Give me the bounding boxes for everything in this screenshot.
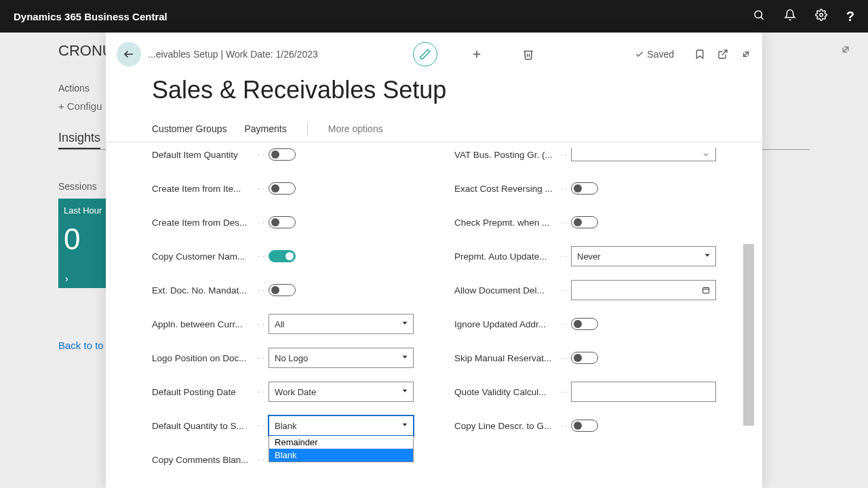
session-card-value: 0 [64,222,107,256]
separator-dots: · · [560,319,567,329]
chevron-right-icon: › [65,273,68,284]
field-check-prepmt: Check Prepmt. when ... · · [454,211,716,233]
toggle-check-prepmt[interactable] [571,216,598,228]
field-default-qty-to-ship: Default Quantity to S... · · Blank Remai… [152,415,414,436]
check-icon [635,49,644,59]
dropdown-option-blank[interactable]: Blank [269,449,413,462]
scrollbar[interactable] [743,244,754,426]
lookup-vat-bus[interactable] [571,148,716,161]
topbar: Dynamics 365 Business Central ? [0,0,868,33]
dropdown-option-remainder[interactable]: Remainder [269,436,413,449]
separator-dots: · · [258,387,264,396]
expand-page-icon[interactable] [840,43,852,58]
svg-line-1 [761,17,764,20]
separator-dots: · · [560,218,567,227]
field-prepmt-auto: Prepmt. Auto Update... · · Never [454,245,716,267]
setup-modal: ...eivables Setup | Work Date: 1/26/2023… [106,33,762,488]
separator-dots: · · [258,353,264,363]
separator-dots: · · [258,319,264,329]
search-icon[interactable] [753,9,765,24]
label-default-qty-to-ship: Default Quantity to S... [152,421,254,431]
separator-dots: · · [258,285,264,295]
input-quote-validity-field[interactable] [572,387,715,397]
field-skip-manual: Skip Manual Reservat... · · [454,347,716,369]
toggle-copy-customer-name[interactable] [269,250,296,262]
svg-line-4 [843,47,848,52]
tab-customer-groups[interactable]: Customer Groups [152,123,226,134]
input-allow-doc-del[interactable] [572,285,696,296]
toggle-create-item-from-item[interactable] [269,182,296,195]
label-quote-validity: Quote Validity Calcul... [454,387,556,397]
tab-separator [307,122,308,136]
field-copy-line-descr: Copy Line Descr. to G... · · [454,415,716,436]
popout-icon[interactable] [717,49,728,60]
label-check-prepmt: Check Prepmt. when ... [454,218,556,228]
label-allow-doc-del: Allow Document Del... [454,285,556,296]
field-default-item-quantity: Default Item Quantity · · [152,144,414,165]
input-vat-bus[interactable] [572,149,696,159]
maximize-icon[interactable] [741,49,751,60]
header-right-actions [694,49,751,60]
new-button[interactable] [465,42,489,66]
chevron-down-icon[interactable] [696,150,715,159]
fields-two-column: Default Item Quantity · · Create Item fr… [152,148,716,470]
toggle-skip-manual[interactable] [571,352,598,364]
toggle-copy-line-descr[interactable] [571,420,598,432]
toggle-ignore-updated[interactable] [571,318,598,330]
select-default-qty-to-ship[interactable]: Blank [269,415,414,436]
tab-payments[interactable]: Payments [244,123,286,134]
chevron-down-icon [401,353,409,363]
bookmark-icon[interactable] [694,49,705,60]
label-ignore-updated: Ignore Updated Addr... [454,319,556,329]
header-center-actions [318,42,635,66]
field-allow-doc-del: Allow Document Del... · · [454,279,716,301]
svg-marker-14 [705,254,709,257]
svg-rect-15 [703,288,709,293]
toggle-default-item-quantity[interactable] [269,148,296,161]
label-ext-doc-no: Ext. Doc. No. Mandat... [152,285,254,296]
plus-icon: + [58,100,64,112]
field-create-item-from-desc: Create Item from Des... · · [152,211,414,233]
separator-dots: · · [560,150,567,159]
svg-line-9 [744,52,749,57]
help-icon[interactable]: ? [846,9,854,24]
separator-dots: · · [258,150,264,159]
notification-icon[interactable] [784,9,796,24]
svg-marker-12 [403,390,407,392]
label-copy-customer-name: Copy Customer Nam... [152,251,254,262]
select-logo-position[interactable]: No Logo [269,348,414,368]
chevron-down-icon [401,387,409,397]
select-default-posting-date[interactable]: Work Date [269,382,414,402]
label-vat-bus: VAT Bus. Posting Gr. (... [454,150,556,160]
svg-marker-13 [403,424,407,426]
svg-marker-10 [403,322,407,325]
toggle-create-item-from-desc[interactable] [269,216,296,228]
tabs: Customer Groups Payments More options [106,115,762,142]
date-allow-doc-del[interactable] [571,280,716,300]
delete-button[interactable] [516,42,540,66]
label-logo-position: Logo Position on Doc... [152,353,254,363]
edit-button[interactable] [413,42,437,66]
toggle-ext-doc-no[interactable] [269,284,296,296]
chevron-down-icon [401,319,409,329]
separator-dots: · · [258,455,264,464]
field-logo-position: Logo Position on Doc... · · No Logo [152,347,414,369]
settings-icon[interactable] [815,9,827,24]
select-prepmt-auto[interactable]: Never [571,246,716,266]
topbar-actions: ? [753,9,854,24]
more-options[interactable]: More options [328,123,383,134]
separator-dots: · · [560,353,567,363]
back-button[interactable] [117,42,141,66]
field-ext-doc-no: Ext. Doc. No. Mandat... · · [152,279,414,301]
toggle-exact-cost[interactable] [571,182,598,195]
select-appln-between-curr[interactable]: All [269,314,414,334]
label-copy-comments: Copy Comments Blan... [152,455,254,465]
saved-indicator: Saved [635,49,674,60]
calendar-icon[interactable] [696,286,715,294]
label-skip-manual: Skip Manual Reservat... [454,353,556,363]
right-column: VAT Bus. Posting Gr. (... · · Exact Cost… [454,148,716,470]
svg-point-2 [820,14,823,17]
session-card[interactable]: Last Hour 0 › [58,199,113,288]
separator-dots: · · [258,218,264,227]
input-quote-validity[interactable] [571,382,716,402]
